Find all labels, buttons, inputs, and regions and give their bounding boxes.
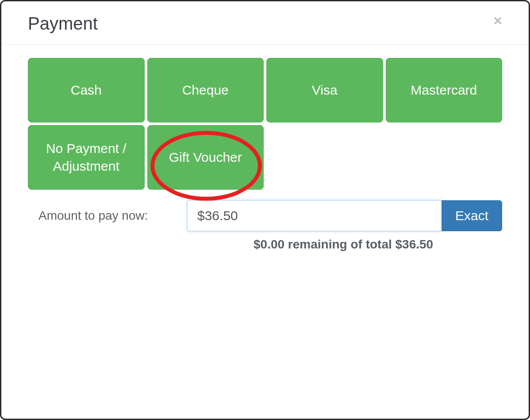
no-payment-adjustment-button[interactable]: No Payment / Adjustment: [28, 125, 145, 190]
payment-modal: Payment × Cash Cheque Visa Mastercard No…: [0, 0, 530, 420]
mastercard-button[interactable]: Mastercard: [386, 58, 503, 122]
modal-title: Payment: [28, 14, 98, 34]
modal-body: Cash Cheque Visa Mastercard No Payment /…: [1, 45, 529, 265]
modal-header: Payment ×: [1, 1, 529, 45]
amount-input[interactable]: [187, 200, 442, 231]
cash-button[interactable]: Cash: [28, 58, 145, 122]
amount-input-group: Exact: [187, 200, 502, 231]
cheque-button[interactable]: Cheque: [147, 58, 264, 122]
amount-label: Amount to pay now:: [28, 209, 187, 223]
exact-button[interactable]: Exact: [442, 200, 502, 231]
gift-voucher-button[interactable]: Gift Voucher: [147, 125, 264, 190]
remaining-text: $0.00 remaining of total $36.50: [187, 237, 502, 252]
close-button[interactable]: ×: [493, 13, 502, 28]
amount-row: Amount to pay now: Exact: [28, 200, 502, 231]
visa-button[interactable]: Visa: [266, 58, 383, 122]
payment-methods-grid: Cash Cheque Visa Mastercard No Payment /…: [28, 58, 502, 190]
